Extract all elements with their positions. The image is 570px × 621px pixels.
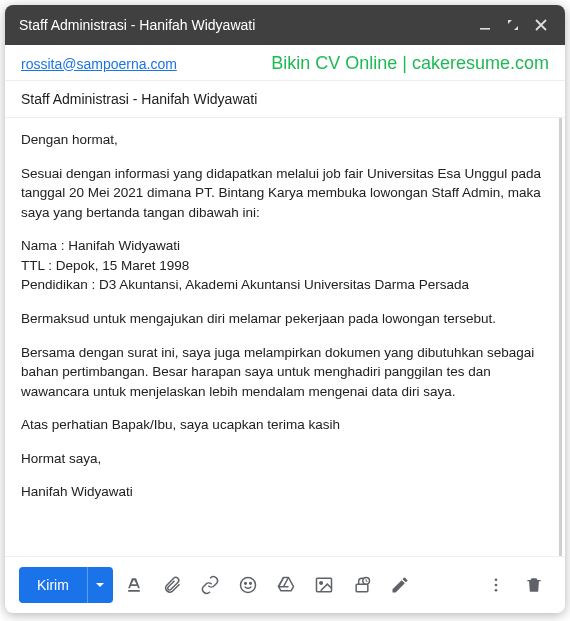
body-greeting: Dengan hormat, (21, 130, 543, 150)
svg-point-9 (495, 584, 498, 587)
body-p4: Atas perhatian Bapak/Ibu, saya ucapkan t… (21, 415, 543, 435)
expand-icon[interactable] (503, 15, 523, 35)
recipient-email[interactable]: rossita@sampoerna.com (21, 56, 271, 72)
send-button[interactable]: Kirim (19, 567, 87, 603)
more-icon[interactable] (479, 568, 513, 602)
email-body[interactable]: Dengan hormat, Sesuai dengan informasi y… (5, 118, 562, 556)
body-info-name: Nama : Hanifah Widyawati (21, 236, 543, 256)
pen-icon[interactable] (383, 568, 417, 602)
svg-point-5 (320, 582, 323, 585)
confidential-icon[interactable] (345, 568, 379, 602)
body-p1: Sesuai dengan informasi yang didapatkan … (21, 164, 543, 223)
body-p2: Bermaksud untuk mengajukan diri melamar … (21, 309, 543, 329)
svg-point-10 (495, 589, 498, 592)
svg-point-3 (250, 583, 252, 585)
body-signature: Hanifah Widyawati (21, 482, 543, 502)
recipient-row: rossita@sampoerna.com Bikin CV Online | … (5, 45, 565, 81)
body-info-ttl: TTL : Depok, 15 Maret 1998 (21, 256, 543, 276)
image-icon[interactable] (307, 568, 341, 602)
minimize-icon[interactable] (475, 15, 495, 35)
svg-rect-0 (480, 28, 490, 30)
body-info-edu: Pendidikan : D3 Akuntansi, Akademi Akunt… (21, 275, 543, 295)
svg-point-1 (240, 578, 255, 593)
subject-field[interactable]: Staff Administrasi - Hanifah Widyawati (5, 81, 565, 118)
window-title: Staff Administrasi - Hanifah Widyawati (19, 17, 467, 33)
emoji-icon[interactable] (231, 568, 265, 602)
trash-icon[interactable] (517, 568, 551, 602)
body-p3: Bersama dengan surat ini, saya juga mela… (21, 343, 543, 402)
titlebar: Staff Administrasi - Hanifah Widyawati (5, 5, 565, 45)
svg-point-2 (245, 583, 247, 585)
send-dropdown-icon[interactable] (87, 567, 113, 603)
svg-rect-6 (356, 584, 368, 592)
svg-point-8 (495, 578, 498, 581)
drive-icon[interactable] (269, 568, 303, 602)
attach-icon[interactable] (155, 568, 189, 602)
text-format-icon[interactable] (117, 568, 151, 602)
send-button-group: Kirim (19, 567, 113, 603)
compose-window: Staff Administrasi - Hanifah Widyawati r… (5, 5, 565, 613)
compose-toolbar: Kirim (5, 556, 565, 613)
svg-rect-4 (316, 578, 331, 591)
link-icon[interactable] (193, 568, 227, 602)
close-icon[interactable] (531, 15, 551, 35)
body-closing: Hormat saya, (21, 449, 543, 469)
watermark-text: Bikin CV Online | cakeresume.com (271, 53, 549, 74)
